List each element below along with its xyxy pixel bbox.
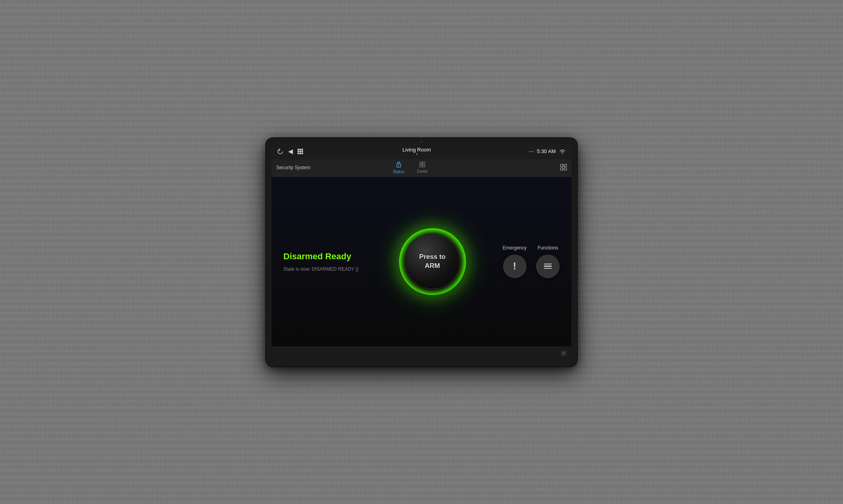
status-tab-label: Status (393, 170, 404, 174)
nav-bar: Security System Status (272, 159, 571, 177)
svg-rect-16 (560, 164, 563, 166)
svg-rect-14 (420, 165, 422, 167)
state-description: State is now: DISARMED READY () (283, 266, 362, 272)
emergency-button[interactable]: ! (503, 255, 527, 278)
room-name: Living Room (403, 147, 431, 153)
emergency-label: Emergency (503, 245, 527, 251)
svg-rect-8 (301, 153, 303, 154)
svg-rect-7 (299, 153, 301, 154)
svg-rect-12 (420, 162, 422, 164)
menu-icon[interactable] (298, 149, 305, 154)
svg-rect-13 (423, 162, 425, 164)
bottom-bar (272, 347, 571, 361)
status-tab-icon (396, 161, 401, 169)
svg-rect-5 (301, 151, 303, 152)
svg-point-11 (398, 165, 399, 166)
nav-title: Security System (276, 165, 324, 170)
zones-tab-label: Zones (417, 169, 428, 174)
room-arrow-icon: ∨ (416, 153, 418, 156)
arm-button-section: Press toARM (370, 228, 495, 295)
tablet-device: ◀ Living Room (266, 138, 577, 366)
svg-rect-15 (423, 165, 425, 167)
grid-view-button[interactable] (560, 164, 567, 172)
functions-button[interactable] (536, 255, 560, 278)
settings-icon[interactable] (560, 350, 567, 358)
svg-rect-17 (564, 164, 566, 166)
emergency-icon: ! (513, 260, 516, 272)
svg-point-20 (563, 352, 565, 354)
arm-button[interactable]: Press toARM (405, 234, 460, 289)
svg-point-9 (562, 153, 563, 154)
actions-section: Emergency ! Functions (503, 245, 560, 278)
tab-zones[interactable]: Zones (410, 160, 434, 175)
status-separator: — (529, 148, 534, 154)
main-content: Disarmed Ready State is now: DISARMED RE… (272, 177, 571, 347)
status-section: Disarmed Ready State is now: DISARMED RE… (283, 251, 362, 272)
back-nav-icon[interactable] (277, 148, 283, 155)
status-time: 5:30 AM (537, 148, 556, 154)
svg-rect-4 (299, 151, 301, 152)
status-bar-right: — 5:30 AM (529, 148, 566, 154)
functions-action: Functions (536, 245, 560, 278)
arm-button-wrapper: Press toARM (399, 228, 466, 295)
svg-rect-0 (298, 149, 299, 150)
functions-label: Functions (538, 245, 558, 251)
svg-rect-19 (564, 168, 566, 170)
status-bar-left: ◀ (277, 148, 305, 155)
zones-tab-icon (420, 162, 425, 168)
back-arrow-icon[interactable]: ◀ (288, 148, 293, 155)
tablet-screen: ◀ Living Room (272, 144, 571, 361)
tab-status[interactable]: Status (387, 160, 410, 175)
svg-rect-1 (299, 149, 301, 150)
wifi-icon (559, 149, 566, 154)
svg-rect-2 (301, 149, 303, 150)
svg-rect-18 (560, 168, 563, 170)
disarmed-status-label: Disarmed Ready (283, 251, 362, 262)
nav-tabs: Status Zones (387, 160, 434, 175)
functions-icon (544, 264, 552, 269)
status-bar: ◀ Living Room (272, 144, 571, 159)
arm-button-label: Press toARM (419, 253, 446, 270)
emergency-action: Emergency ! (503, 245, 527, 278)
svg-rect-3 (298, 151, 299, 152)
status-bar-center: Living Room ∨ (403, 147, 431, 156)
svg-rect-6 (298, 153, 299, 154)
